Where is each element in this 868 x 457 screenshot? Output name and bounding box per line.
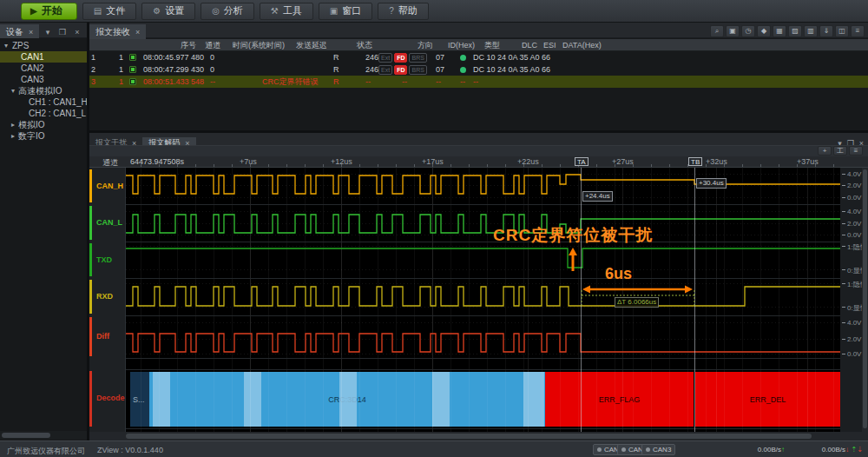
cursor-marker-ta[interactable]: TA xyxy=(575,157,589,166)
ruler-tick xyxy=(359,164,360,167)
tree-item--io[interactable]: ▸数字IO xyxy=(0,130,87,142)
menu-button-window[interactable]: ▣窗口 xyxy=(319,3,372,20)
channel-label-decode[interactable]: Decode xyxy=(96,394,125,402)
columns-icon[interactable]: ▥ xyxy=(804,25,818,37)
export-icon[interactable]: ⇓ xyxy=(819,25,833,37)
scale-label: 0.0V xyxy=(847,350,861,358)
chevron-down-icon[interactable]: ▾ xyxy=(43,28,53,36)
table-row[interactable]: 3108:00:51.433 548--CRC定界符错误R---------- xyxy=(89,76,868,88)
tree-item-ch1-can1-h[interactable]: CH1 : CAN1_H xyxy=(0,96,87,108)
ruler-tick xyxy=(305,164,306,167)
wave-vertical-scrollbar[interactable] xyxy=(862,168,868,432)
tab-device-label: 设备 xyxy=(6,26,23,38)
channel-label-can_h[interactable]: CAN_H xyxy=(96,182,123,190)
scrollbar-thumb[interactable] xyxy=(126,434,812,439)
tools-icon: ⚒ xyxy=(271,6,279,16)
channel-label-can_l[interactable]: CAN_L xyxy=(96,218,122,227)
search-icon[interactable]: ⌕ xyxy=(710,25,724,37)
scale-label: 2.0V xyxy=(847,335,861,343)
scale-tick xyxy=(842,235,845,235)
tree-item-can2[interactable]: CAN2 xyxy=(0,63,87,74)
menu-button-analysis[interactable]: ◎分析 xyxy=(201,3,254,20)
column-header-datahex: DATA(Hex) xyxy=(562,39,602,51)
chevron-right-icon[interactable]: ▸ xyxy=(11,130,15,142)
scale-label: 0.0V xyxy=(847,194,861,202)
ruler-tick xyxy=(560,164,561,167)
pin-icon[interactable]: ◆ xyxy=(757,25,771,37)
waveform-canvas[interactable] xyxy=(126,168,840,432)
message-table-header: 序号通道时间(系统时间)发送延迟状态方向ID(Hex)类型DLCESIDATA(… xyxy=(89,39,868,51)
scrollbar-thumb[interactable] xyxy=(863,169,867,428)
cursor-measure-icon[interactable]: 工 xyxy=(833,146,847,156)
tree-item-label: 数字IO xyxy=(18,130,45,142)
table-row[interactable]: 2108:00:47.299 4300R246ExtFDBRS07DC 10 2… xyxy=(89,63,868,76)
column-header-esi: ESI xyxy=(543,39,556,51)
menu-icon[interactable]: ≡ xyxy=(851,25,865,37)
start-button[interactable]: ▶ 开始 xyxy=(21,3,77,20)
close-icon[interactable]: × xyxy=(72,28,82,36)
tab-message-receive[interactable]: 报文接收 × xyxy=(89,24,146,40)
clock-icon[interactable]: ◷ xyxy=(741,25,755,37)
scale-tick xyxy=(842,269,845,270)
channel-label-diff[interactable]: Diff xyxy=(96,332,109,341)
ruler-label-37us: +37us xyxy=(797,157,819,166)
time-ruler[interactable]: 通道 64473.947508s +7us+12us+17us+22us+27u… xyxy=(89,156,868,168)
menu-button-file[interactable]: ▤文件 xyxy=(82,3,136,20)
file-icon: ▤ xyxy=(94,6,102,16)
tree-item-can1[interactable]: CAN1 xyxy=(0,51,87,63)
stats-icon[interactable]: ▦ xyxy=(773,25,786,37)
menu-label-file: 文件 xyxy=(106,4,125,17)
display-icon[interactable]: ▨ xyxy=(788,25,802,37)
close-icon[interactable]: × xyxy=(29,28,33,36)
cell-data: -- xyxy=(473,76,478,88)
ruler-label-7us: +7us xyxy=(240,157,257,166)
menu-button-help[interactable]: ?帮助 xyxy=(378,3,429,20)
network-activity-icon: ⇡⇣ xyxy=(852,446,863,454)
cell-seq: 2 xyxy=(91,63,95,76)
wave-horizontal-scrollbar[interactable] xyxy=(89,432,868,440)
ruler-tick xyxy=(669,164,670,167)
cell-dlc: -- xyxy=(436,76,441,88)
column-header-: 发送延迟 xyxy=(296,39,327,51)
chevron-right-icon[interactable]: ▸ xyxy=(11,119,15,130)
badge-ext: Ext xyxy=(378,53,392,63)
menu-button-settings[interactable]: ⚙设置 xyxy=(141,3,195,20)
tree-item-ch2-can1-l[interactable]: CH2 : CAN1_L xyxy=(0,108,87,119)
tab-message-receive-label: 报文接收 xyxy=(95,26,130,38)
channel-color-bar xyxy=(89,280,92,314)
chevron-down-icon[interactable]: ▾ xyxy=(4,40,8,51)
cell-send-delay: 0 xyxy=(210,63,214,76)
close-icon[interactable]: × xyxy=(135,28,140,36)
ruler-label-17us: +17us xyxy=(422,157,444,166)
app-window: ▶ 开始 ▤文件⚙设置◎分析⚒工具▣窗口?帮助 设备 × ▾ ❒ × 报文接收 … xyxy=(0,0,868,457)
tree-item--io[interactable]: ▸模拟IO xyxy=(0,119,87,130)
sidebar-scrollbar[interactable] xyxy=(0,431,87,440)
tree-item-can3[interactable]: CAN3 xyxy=(0,74,87,85)
ruler-tick xyxy=(396,164,397,167)
wave-toolbar: +工≡ xyxy=(818,146,863,156)
menu-button-tools[interactable]: ⚒工具 xyxy=(260,3,313,20)
scrollbar-thumb[interactable] xyxy=(2,433,50,438)
tree-item-zps[interactable]: ▾ZPS xyxy=(0,40,87,51)
tree-item-label: ZPS xyxy=(12,40,29,51)
column-header-idhex: ID(Hex) xyxy=(448,39,475,51)
cell-esi: -- xyxy=(460,76,465,88)
float-window-icon[interactable]: ❒ xyxy=(56,28,69,36)
tree-item--io[interactable]: ▾高速模拟IO xyxy=(0,85,87,96)
cell-status: CRC定界符错误 xyxy=(262,76,319,88)
save-icon[interactable]: ◫ xyxy=(835,25,849,37)
camera-icon[interactable]: ▣ xyxy=(726,25,740,37)
arrow-down-icon: ↓ xyxy=(845,446,849,454)
table-row[interactable]: 1108:00:45.977 4800R246ExtFDBRS07DC 10 2… xyxy=(89,51,868,63)
status-channel-can3[interactable]: CAN3 xyxy=(641,444,675,455)
scale-tick xyxy=(842,339,845,340)
chevron-down-icon[interactable]: ▾ xyxy=(11,85,15,96)
cell-seq: 3 xyxy=(91,76,95,88)
ruler-tick xyxy=(779,164,779,167)
list-icon[interactable]: ≡ xyxy=(849,146,863,156)
cursor-marker-tb[interactable]: TB xyxy=(688,157,702,166)
scale-tick xyxy=(842,246,845,247)
channel-label-txd[interactable]: TXD xyxy=(96,255,112,264)
zoom-add-icon[interactable]: + xyxy=(818,146,832,156)
channel-label-rxd[interactable]: RXD xyxy=(96,292,113,301)
